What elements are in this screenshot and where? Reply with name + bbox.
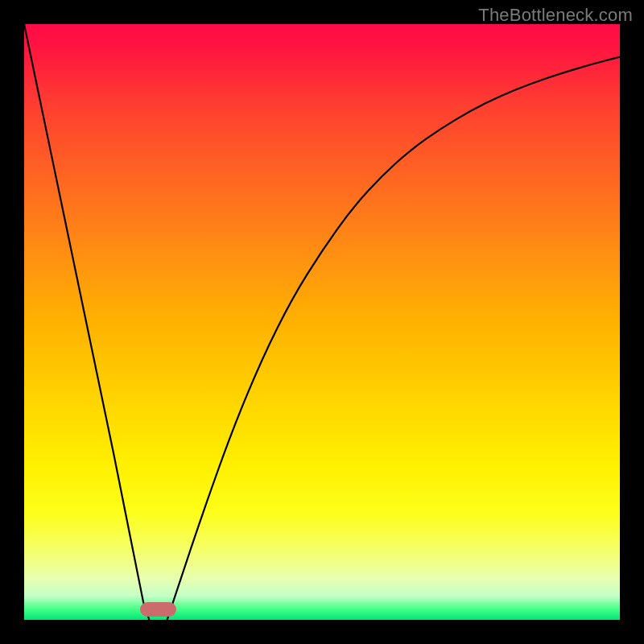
bottleneck-curve	[24, 24, 620, 620]
optimal-marker	[140, 602, 175, 617]
curve-right-branch	[167, 57, 620, 620]
curve-left-branch	[24, 24, 149, 620]
chart-plot-area	[24, 24, 620, 620]
watermark-text: TheBottleneck.com	[478, 5, 633, 26]
